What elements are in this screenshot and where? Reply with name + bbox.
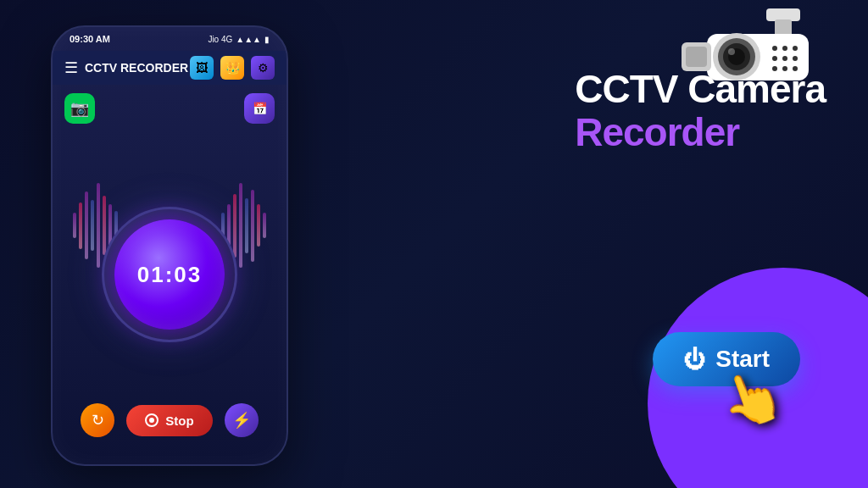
svg-point-7	[728, 48, 735, 55]
settings-icon: ⚙	[258, 61, 269, 75]
gallery-button[interactable]: 🖼	[190, 56, 214, 80]
flash-icon: ⚡	[232, 411, 251, 430]
status-icons: Jio 4G ▲▲▲ ▮	[208, 35, 270, 44]
status-bar: 09:30 AM Jio 4G ▲▲▲ ▮	[53, 27, 287, 51]
schedule-icon: 📅	[253, 102, 267, 115]
flash-button[interactable]: ⚡	[225, 403, 259, 437]
camera-icon: 📷	[70, 99, 89, 118]
status-time: 09:30 AM	[70, 34, 110, 44]
crown-icon: 👑	[225, 61, 240, 75]
svg-point-9	[782, 46, 787, 51]
heading-line2: Recorder	[575, 111, 826, 154]
refresh-icon: ↻	[92, 411, 104, 430]
top-buttons: 📷 📅	[64, 93, 275, 124]
signal-icon: ▲▲▲	[236, 35, 261, 44]
heading-line1: CCTV Camera	[575, 68, 826, 111]
right-content: CCTV Camera Recorder	[575, 68, 826, 153]
bottom-controls: ↻ Stop ⚡	[53, 403, 287, 437]
phone-mockup: 09:30 AM Jio 4G ▲▲▲ ▮ ☰ CCTV RECORDER 🖼 …	[51, 25, 288, 466]
phone-content: 📷 📅	[53, 85, 287, 454]
premium-button[interactable]: 👑	[220, 56, 244, 80]
stop-icon	[145, 413, 159, 427]
svg-point-12	[782, 56, 787, 61]
app-header: ☰ CCTV RECORDER 🖼 👑 ⚙	[53, 51, 287, 85]
gallery-icon: 🖼	[196, 61, 208, 75]
svg-rect-18	[686, 47, 707, 67]
menu-icon[interactable]: ☰	[64, 58, 78, 77]
svg-point-8	[772, 46, 777, 51]
refresh-button[interactable]: ↻	[81, 403, 114, 437]
schedule-button[interactable]: 📅	[244, 93, 275, 124]
power-icon: ⏻	[683, 347, 705, 373]
app-title: CCTV RECORDER	[85, 61, 190, 75]
stop-label: Stop	[165, 413, 193, 428]
header-icons: 🖼 👑 ⚙	[190, 56, 275, 80]
svg-point-11	[772, 56, 777, 61]
timer-inner: 01:03	[114, 219, 225, 330]
settings-button[interactable]: ⚙	[251, 56, 275, 80]
stop-button[interactable]: Stop	[126, 405, 212, 436]
timer-display: 01:03	[102, 207, 237, 342]
battery-icon: ▮	[264, 35, 270, 44]
svg-rect-0	[766, 8, 800, 21]
svg-point-10	[793, 46, 798, 51]
svg-point-13	[793, 56, 798, 61]
stop-dot	[149, 418, 154, 423]
camera-toggle-button[interactable]: 📷	[64, 93, 95, 124]
timer-value: 01:03	[137, 262, 203, 288]
phone-screen: 09:30 AM Jio 4G ▲▲▲ ▮ ☰ CCTV RECORDER 🖼 …	[51, 25, 288, 466]
network-label: Jio 4G	[208, 35, 232, 44]
